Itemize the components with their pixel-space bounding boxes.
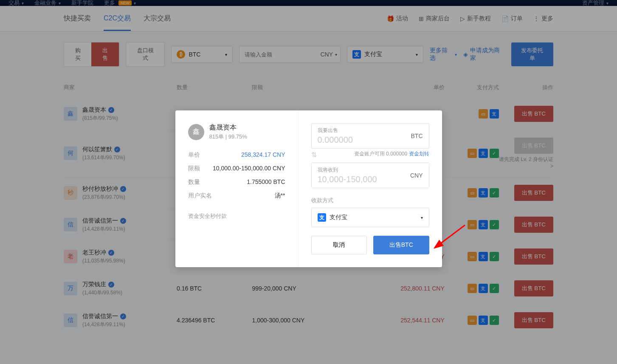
payment-method-select[interactable]: 支支付宝 ▾: [311, 208, 429, 227]
sell-placeholder: 0.000000: [318, 135, 411, 145]
receive-label: 我将收到: [318, 166, 410, 174]
receive-unit: CNY: [410, 172, 423, 179]
modal-note: 资金安全秒付款: [188, 212, 285, 220]
chevron-down-icon: ▾: [421, 215, 423, 220]
limit-label: 限额: [188, 165, 200, 172]
balance-text: 资金账户可用 0.000000: [354, 151, 407, 157]
realname-label: 用户实名: [188, 192, 212, 200]
sell-unit: BTC: [411, 133, 423, 139]
sell-amount-box[interactable]: 我要出售 0.000000 BTC: [311, 123, 429, 149]
cancel-button[interactable]: 取消: [311, 236, 367, 254]
limit-value: 10,000.00-150,000.00 CNY: [213, 165, 285, 172]
alipay-icon: 支: [318, 213, 326, 222]
qty-value: 1.755000 BTC: [247, 178, 285, 186]
confirm-sell-button[interactable]: 出售BTC: [373, 236, 429, 254]
modal-avatar: 鑫: [188, 124, 204, 140]
sell-modal: 鑫 鑫晟资本 815单 | 99.75% 单价258,324.17 CNY 限额…: [175, 110, 442, 267]
receive-placeholder: 10,000-150,000: [318, 175, 410, 184]
modal-overlay: 鑫 鑫晟资本 815单 | 99.75% 单价258,324.17 CNY 限额…: [0, 0, 617, 364]
payment-section-label: 收款方式: [311, 197, 429, 204]
qty-label: 数量: [188, 178, 200, 186]
sell-label: 我要出售: [318, 127, 411, 134]
modal-merchant-name: 鑫晟资本: [209, 123, 247, 132]
balance-transfer-link[interactable]: 资金划转: [409, 151, 429, 157]
receive-amount-box[interactable]: 我将收到 10,000-150,000 CNY: [311, 163, 429, 188]
price-value: 258,324.17 CNY: [241, 151, 285, 159]
modal-merchant-stats: 815单 | 99.75%: [209, 133, 247, 141]
realname-value: 汤**: [275, 192, 285, 200]
price-label: 单价: [188, 151, 200, 159]
